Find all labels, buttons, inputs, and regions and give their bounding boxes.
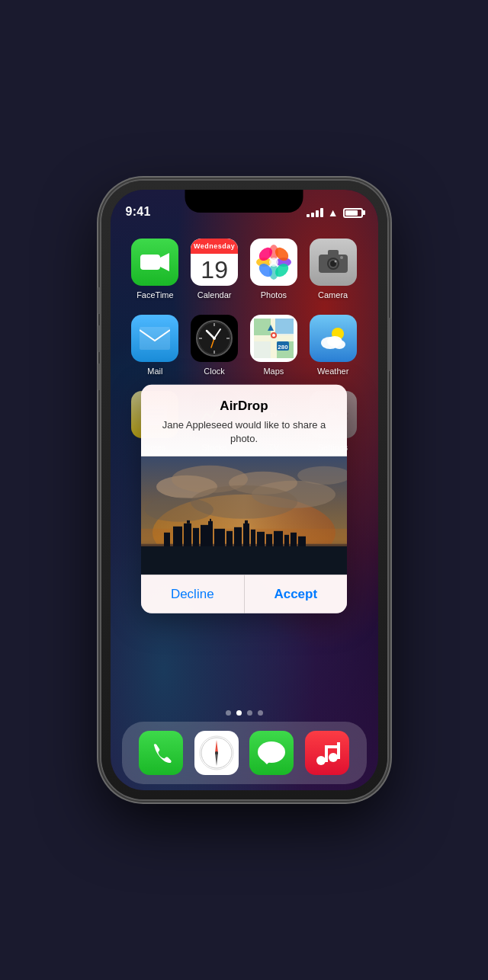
modal-image (141, 456, 347, 575)
svg-rect-19 (140, 327, 170, 350)
page-dot-2 (236, 710, 242, 716)
svg-rect-100 (141, 546, 347, 575)
airdrop-modal: AirDrop Jane Appleseed would like to sha… (141, 385, 347, 613)
svg-point-63 (316, 756, 326, 765)
svg-rect-66 (337, 742, 340, 759)
svg-point-43 (333, 340, 345, 349)
signal-bars-icon (307, 208, 323, 217)
svg-point-11 (269, 258, 278, 267)
weather-icon (310, 315, 357, 362)
app-mail[interactable]: Mail (130, 315, 181, 376)
svg-point-17 (334, 261, 336, 263)
clock-label: Clock (204, 367, 225, 376)
modal-buttons: Decline Accept (141, 575, 347, 613)
status-icons: ▲ (307, 207, 363, 219)
svg-rect-90 (234, 527, 242, 548)
phone-icon (139, 731, 183, 775)
signal-bar-4 (320, 208, 323, 217)
maps-label: Maps (263, 367, 284, 376)
dock-phone[interactable] (139, 731, 183, 775)
svg-point-76 (145, 498, 214, 522)
svg-rect-83 (187, 520, 190, 524)
mail-icon (131, 315, 178, 362)
svg-rect-98 (291, 533, 297, 548)
camera-icon (310, 239, 357, 286)
svg-rect-99 (298, 536, 306, 548)
app-clock[interactable]: Clock (188, 315, 240, 376)
battery-icon (343, 208, 363, 218)
app-grid-row1: FaceTime Wednesday 19 Calendar (126, 239, 363, 299)
status-time: 9:41 (126, 205, 151, 219)
weather-label: Weather (317, 367, 348, 376)
app-calendar[interactable]: Wednesday 19 Calendar (188, 239, 240, 299)
signal-bar-1 (307, 214, 310, 217)
battery-fill (345, 210, 358, 216)
phone-screen: 9:41 ▲ (111, 190, 378, 790)
modal-subtitle: Jane Appleseed would like to share a pho… (156, 418, 332, 446)
app-photos[interactable]: Photos (248, 239, 300, 299)
facetime-label: FaceTime (136, 290, 174, 299)
wifi-icon: ▲ (328, 207, 339, 219)
modal-header: AirDrop Jane Appleseed would like to sha… (141, 385, 347, 456)
svg-line-22 (214, 329, 220, 338)
page-dot-4 (258, 710, 263, 716)
svg-point-18 (340, 256, 343, 259)
svg-rect-96 (274, 531, 283, 548)
app-weather[interactable]: Weather (307, 315, 359, 376)
svg-rect-94 (257, 532, 265, 548)
svg-point-39 (272, 334, 275, 337)
dock-messages[interactable] (249, 731, 294, 775)
page-dot-3 (247, 710, 252, 716)
svg-marker-1 (160, 253, 169, 271)
svg-text:280: 280 (278, 344, 288, 351)
decline-button[interactable]: Decline (141, 575, 245, 613)
phone-shell: 9:41 ▲ (101, 181, 387, 799)
app-grid-row2: Mail (126, 315, 363, 376)
svg-rect-89 (226, 531, 233, 548)
svg-rect-82 (184, 524, 191, 548)
clock-icon (191, 315, 238, 362)
svg-rect-67 (325, 745, 340, 748)
photos-label: Photos (261, 290, 287, 299)
svg-rect-13 (328, 250, 339, 256)
app-facetime[interactable]: FaceTime (130, 239, 181, 299)
dock-safari[interactable] (194, 731, 239, 775)
maps-icon: 280 (250, 315, 297, 362)
messages-icon (249, 731, 294, 775)
page-dot-1 (226, 710, 231, 716)
calendar-icon-inner: Wednesday 19 (191, 239, 238, 286)
mail-label: Mail (147, 367, 162, 376)
svg-rect-91 (243, 524, 249, 548)
modal-title: AirDrop (156, 399, 332, 414)
svg-rect-85 (201, 525, 208, 548)
svg-rect-86 (208, 521, 213, 548)
svg-rect-84 (193, 528, 199, 548)
cal-header: Wednesday (191, 239, 238, 254)
calendar-icon: Wednesday 19 (191, 239, 238, 286)
app-maps[interactable]: 280 Maps (248, 315, 300, 376)
svg-point-64 (329, 753, 338, 762)
clock-face (196, 320, 233, 357)
calendar-label: Calendar (197, 290, 232, 299)
page-dots (111, 710, 378, 716)
cal-day-number: 19 (191, 254, 238, 286)
svg-rect-0 (140, 255, 160, 270)
signal-bar-2 (311, 213, 314, 217)
camera-label: Camera (318, 290, 348, 299)
svg-rect-81 (173, 527, 182, 548)
svg-rect-34 (275, 319, 294, 334)
svg-point-60 (215, 751, 218, 754)
svg-point-24 (213, 337, 216, 340)
dock (122, 722, 367, 784)
svg-rect-93 (251, 530, 255, 548)
app-camera[interactable]: Camera (307, 239, 359, 299)
signal-bar-3 (316, 210, 319, 217)
svg-rect-80 (164, 533, 170, 548)
svg-rect-87 (210, 519, 211, 522)
music-icon (305, 731, 349, 775)
accept-button[interactable]: Accept (245, 575, 348, 613)
safari-icon (194, 731, 239, 775)
svg-rect-88 (214, 529, 225, 548)
dock-music[interactable] (305, 731, 349, 775)
svg-rect-95 (266, 534, 272, 548)
